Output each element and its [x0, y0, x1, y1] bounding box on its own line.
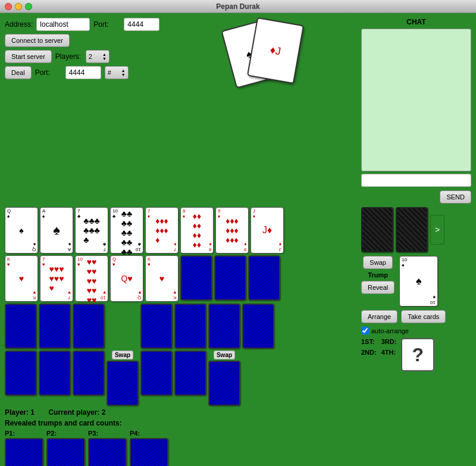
swap-button[interactable]: Swap: [363, 256, 393, 269]
card-10-clubs[interactable]: 10♣ ♣♣♣♣♣♣♣♣♣♣ 10♣: [110, 207, 143, 254]
players-value: 2: [89, 53, 92, 60]
trump-rank-top: 10♠: [402, 258, 407, 268]
scores-left: 1ST: 2ND:: [361, 338, 377, 371]
card-back-r4-2: [39, 351, 71, 396]
player-number: Player: 1: [5, 408, 35, 417]
chat-input-row: [361, 174, 471, 187]
score-4th: 4TH:: [381, 349, 397, 356]
chat-box: [361, 29, 471, 171]
connect-row: Connect to server: [5, 34, 171, 47]
logo-area: ♠J ♦J: [176, 18, 356, 89]
current-player: Current player: 2: [48, 408, 105, 417]
address-input[interactable]: [36, 18, 90, 31]
card-rank-top: 10♣: [112, 209, 118, 220]
trump-card: 10♠ ♠ 10♠: [399, 256, 438, 307]
logo-card-2: ♦J: [246, 17, 303, 84]
trump-area: Swap Trump Reveal 10♠ ♠ 10♠: [361, 256, 471, 307]
maximize-button[interactable]: [25, 3, 32, 10]
logo-cards: ♠J ♦J: [228, 21, 305, 86]
card-k-hearts-2[interactable]: K♥ ♥ K♥: [145, 255, 178, 302]
player4-info: P4: 0: [130, 430, 168, 466]
port2-label: Port:: [35, 68, 62, 77]
player-cards-row: P1: 14 P2: 15 P3: 0 P4:: [5, 430, 356, 466]
spinner-arrows: ▲ ▼: [102, 52, 107, 61]
deal-row: Deal Port: # ▲ ▼: [5, 66, 171, 79]
card-rank-top: 9♦: [218, 209, 220, 220]
arrange-button[interactable]: Arrange: [361, 310, 397, 323]
card-back-r4-7: [208, 361, 240, 406]
card-8-diamonds[interactable]: 8♦ ♦♦♦♦♦♦♦♦ 8♦: [180, 207, 214, 254]
port-input[interactable]: [124, 18, 159, 31]
card-center: ♦♦♦♦♦♦♦♦: [182, 209, 212, 252]
card-7-hearts[interactable]: 7♥ ♥♥♥♥♥♥♥ 7♥: [40, 255, 73, 302]
card-back-r4-6: [174, 351, 206, 396]
hash-spinner[interactable]: # ▲ ▼: [105, 66, 129, 79]
close-button[interactable]: [5, 3, 12, 10]
scores-area: 1ST: 2ND: 3RD: 4TH: ?: [361, 338, 471, 371]
card-j-diamonds[interactable]: J♦ J♦ J♦: [250, 207, 284, 254]
hash-value: #: [108, 69, 111, 76]
window-title: Pepan Durak: [216, 2, 259, 11]
reveal-button[interactable]: Reveal: [361, 281, 394, 294]
auto-arrange-row: auto-arrange: [361, 327, 471, 334]
card-rank-top: 8♦: [183, 209, 185, 220]
address-row: Address: Port:: [5, 18, 171, 31]
card-rank-bot: Q♠: [32, 241, 36, 252]
card-q-spades[interactable]: Q♠ ♠ Q♠: [5, 207, 38, 254]
card-back-r3-5: [174, 304, 206, 349]
auto-arrange-checkbox[interactable]: [361, 327, 369, 334]
swap-col-1: Swap: [107, 351, 139, 406]
card-rank-bot: 9♦: [244, 241, 246, 252]
server-row: Start server Players: 2 ▲ ▼: [5, 50, 171, 63]
card-back-r3-4: [140, 304, 173, 349]
card-k-hearts[interactable]: K♥ ♥ K♥: [5, 255, 38, 302]
card-10-hearts[interactable]: 10♥ ♥♥♥♥♥♥♥♥♥♥ 10♥: [75, 255, 108, 302]
minimize-button[interactable]: [15, 3, 22, 10]
trump-rank-bot: 10♠: [430, 294, 436, 305]
swap-label-1: Swap: [112, 351, 133, 359]
arrow-button[interactable]: >: [430, 215, 444, 245]
p4-label: P4:: [130, 430, 140, 437]
card-back-r3-7: [242, 304, 274, 349]
card-back-2: [214, 255, 246, 301]
discard-card-2: [396, 207, 428, 252]
card-rank-bot: J♦: [279, 241, 281, 252]
row3-cards: [5, 304, 356, 349]
row4-cards: Swap Swap: [5, 351, 356, 406]
deal-button[interactable]: Deal: [5, 66, 32, 79]
spacer: [107, 304, 139, 349]
player2-info: P2: 15: [46, 430, 85, 466]
hash-spinner-arrows: ▲ ▼: [121, 68, 126, 77]
hand-cards-row: Q♠ ♠ Q♠ A♠ ♠ A♠ 7♣ ♣♣♣♣♣♣♣ 7♣: [5, 207, 356, 254]
controls-area: Address: Port: Connect to server Start s…: [5, 18, 171, 204]
players-label: Players:: [55, 52, 82, 61]
connect-button[interactable]: Connect to server: [5, 34, 70, 47]
card-7-diamonds[interactable]: 7♦ ♦♦♦♦♦♦♦ 7♦: [145, 207, 178, 254]
card-back-3: [248, 255, 280, 301]
card-rank-top: 7♦: [148, 209, 150, 220]
top-area: Address: Port: Connect to server Start s…: [5, 18, 471, 204]
card-9-diamonds[interactable]: 9♦ ♦♦♦♦♦♦♦♦♦ 9♦: [215, 207, 249, 254]
take-cards-button[interactable]: Take cards: [401, 310, 446, 323]
card-rank-bot: 7♣: [103, 241, 106, 252]
score-1st: 1ST:: [361, 338, 377, 345]
card-a-spades[interactable]: A♠ ♠ A♠: [40, 207, 73, 254]
swap-label-2: Swap: [214, 351, 235, 359]
p3-card: [88, 438, 127, 466]
card-q-hearts[interactable]: Q♥ Q♥ Q♥: [110, 255, 143, 302]
card-7-clubs[interactable]: 7♣ ♣♣♣♣♣♣♣ 7♣: [75, 207, 108, 254]
action-buttons: Arrange Take cards: [361, 310, 471, 323]
card-back-r4-5: [140, 351, 173, 396]
start-server-button[interactable]: Start server: [5, 50, 52, 63]
right-panel: > Swap Trump Reveal 10♠ ♠ 10♠ Arrange: [361, 207, 471, 466]
auto-arrange-label: auto-arrange: [371, 327, 409, 334]
question-box: ?: [401, 338, 434, 371]
p3-label: P3:: [88, 430, 98, 437]
port2-input[interactable]: [65, 66, 101, 79]
card-back-r4-3: [73, 351, 105, 396]
trumps-label: Revealed trumps and card counts:: [5, 419, 122, 427]
players-spinner[interactable]: 2 ▲ ▼: [86, 50, 109, 63]
scores-right: 3RD: 4TH:: [381, 338, 397, 371]
chat-input[interactable]: [361, 174, 471, 187]
send-button[interactable]: SEND: [440, 190, 471, 204]
